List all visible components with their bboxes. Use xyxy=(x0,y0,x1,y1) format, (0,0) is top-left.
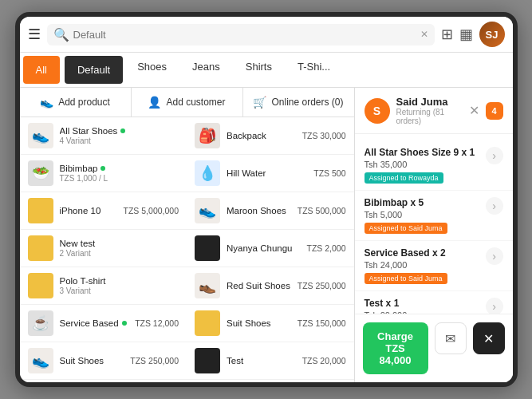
product-name: Backpack xyxy=(227,131,296,140)
add-product-button[interactable]: 👟 Add product xyxy=(20,88,132,117)
close-icon: ✕ xyxy=(483,331,494,346)
close-customer-button[interactable]: ✕ xyxy=(469,103,479,118)
product-item[interactable]: Nyanya Chungu TZS 2,000 xyxy=(187,230,354,267)
product-info: New test 2 Variant xyxy=(60,239,179,258)
product-price: TZS 250,000 xyxy=(130,356,179,365)
product-meta: 2 Variant xyxy=(60,249,179,258)
product-thumbnail xyxy=(195,235,220,261)
product-item[interactable]: 👟 All Star Shoes 4 Variant xyxy=(20,117,187,155)
product-price: TZS 500,000 xyxy=(298,206,346,215)
assigned-badge: Assigned to Said Juma xyxy=(365,223,447,234)
order-item[interactable]: Service Based x 2 Tsh 24,000 Assigned to… xyxy=(355,241,513,291)
email-button[interactable]: ✉ xyxy=(435,322,467,354)
item-remove-button[interactable]: › xyxy=(486,247,503,265)
action-bar: 👟 Add product 👤 Add customer 🛒 Online or… xyxy=(20,88,354,117)
product-item[interactable]: 🥗 Bibimbap TZS 1,000 / L xyxy=(20,155,187,192)
product-name: Hill Water xyxy=(227,168,307,178)
product-name: Polo T-shirt xyxy=(60,276,179,286)
product-item[interactable]: 👞 Red Suit Shoes TZS 250,000 xyxy=(187,267,354,305)
top-bar: ☰ 🔍 ✕ ⊞ ▦ SJ xyxy=(20,17,513,53)
search-box: 🔍 ✕ xyxy=(47,24,435,45)
order-item-price: Tsh 24,000 xyxy=(365,260,479,270)
product-thumbnail: 👞 xyxy=(195,273,220,298)
search-icon: 🔍 xyxy=(53,27,69,42)
product-info: Backpack xyxy=(227,131,296,140)
product-item[interactable]: 💧 Hill Water TZS 500 xyxy=(187,155,354,192)
product-info: Suit Shoes xyxy=(227,318,291,328)
order-item[interactable]: All Star Shoes Size 9 x 1 Tsh 35,000 Ass… xyxy=(355,140,513,191)
product-price: TZS 5,000,000 xyxy=(124,206,179,215)
product-meta: 3 Variant xyxy=(60,286,179,295)
order-item-name: Service Based x 2 xyxy=(365,247,479,259)
add-customer-button[interactable]: 👤 Add customer xyxy=(132,88,243,117)
product-thumbnail xyxy=(195,348,220,373)
close-order-button[interactable]: ✕ xyxy=(473,322,505,354)
product-name: Service Based xyxy=(60,318,129,328)
order-item[interactable]: Test x 1 Tsh 20,000 Assigned to Said Jum… xyxy=(355,291,513,314)
product-thumbnail: 👟 xyxy=(195,198,220,223)
product-info: iPhone 10 xyxy=(60,206,117,215)
product-price: TZS 2,000 xyxy=(306,243,345,253)
product-item[interactable]: 🎒 Backpack TZS 30,000 xyxy=(187,117,354,155)
category-all[interactable]: All xyxy=(23,56,60,84)
category-default[interactable]: Default xyxy=(65,56,123,84)
product-item[interactable]: ☕ Service Based TZS 12,000 xyxy=(20,305,187,342)
product-info: Nyanya Chungu xyxy=(227,243,300,253)
order-item-info: Bibimbap x 5 Tsh 5,000 Assigned to Said … xyxy=(365,197,479,234)
category-shirts[interactable]: Shirts xyxy=(233,53,285,87)
product-item[interactable]: 👟 Suit Shoes TZS 250,000 xyxy=(20,342,187,380)
main-content: 👟 Add product 👤 Add customer 🛒 Online or… xyxy=(20,88,513,382)
customer-info: Said Juma Returning (81 orders) xyxy=(396,96,463,125)
product-item[interactable]: iPhone 10 TZS 5,000,000 xyxy=(20,192,187,230)
search-input[interactable] xyxy=(73,29,416,41)
product-price: TZS 150,000 xyxy=(298,318,346,328)
product-item[interactable]: Test TZS 20,000 xyxy=(20,380,187,382)
online-orders-icon: 🛒 xyxy=(253,96,266,109)
product-name: Nyanya Chungu xyxy=(227,243,300,253)
tablet-frame: ☰ 🔍 ✕ ⊞ ▦ SJ All Default Shoes Jeans Shi… xyxy=(15,12,518,387)
order-item[interactable]: Bibimbap x 5 Tsh 5,000 Assigned to Said … xyxy=(355,191,513,241)
add-customer-label: Add customer xyxy=(166,97,225,108)
product-item[interactable]: Test TZS 20,000 xyxy=(187,380,354,382)
user-avatar[interactable]: SJ xyxy=(479,22,505,47)
product-name: Suit Shoes xyxy=(60,356,124,365)
product-item[interactable]: 👟 Maroon Shoes TZS 500,000 xyxy=(187,192,354,230)
product-name: Maroon Shoes xyxy=(227,206,291,215)
order-item-name: All Star Shoes Size 9 x 1 xyxy=(365,147,479,158)
assigned-badge: Assigned to Said Juma xyxy=(365,273,447,284)
item-remove-button[interactable]: › xyxy=(486,147,503,164)
clear-icon[interactable]: ✕ xyxy=(420,29,428,40)
product-info: Bibimbap TZS 1,000 / L xyxy=(60,164,179,183)
online-orders-button[interactable]: 🛒 Online orders (0) xyxy=(243,88,354,117)
product-item[interactable]: Suit Shoes TZS 150,000 xyxy=(187,305,354,342)
product-price: TZS 250,000 xyxy=(298,281,346,290)
category-tshirts[interactable]: T-Shi... xyxy=(285,53,343,87)
product-item[interactable]: Test TZS 20,000 xyxy=(187,342,354,380)
order-item-name: Bibimbap x 5 xyxy=(365,197,479,208)
product-info: Service Based xyxy=(60,318,129,328)
cart-badge: 4 xyxy=(486,102,503,120)
category-jeans[interactable]: Jeans xyxy=(179,53,233,87)
hamburger-icon[interactable]: ☰ xyxy=(28,26,41,43)
product-info: All Star Shoes 4 Variant xyxy=(60,126,179,145)
product-thumbnail: 🎒 xyxy=(195,123,220,148)
left-panel: 👟 Add product 👤 Add customer 🛒 Online or… xyxy=(20,88,355,382)
order-item-name: Test x 1 xyxy=(365,298,479,309)
order-item-info: Test x 1 Tsh 20,000 Assigned to Said Jum… xyxy=(365,298,479,314)
grid-icon[interactable]: ⊞ xyxy=(441,26,453,43)
product-info: Polo T-shirt 3 Variant xyxy=(60,276,179,295)
products-grid: 👟 All Star Shoes 4 Variant 🎒 Backpack TZ… xyxy=(20,117,354,382)
category-shoes[interactable]: Shoes xyxy=(124,53,179,87)
charge-button[interactable]: Charge TZS 84,000 xyxy=(363,322,428,374)
product-thumbnail xyxy=(195,310,220,336)
barcode-icon[interactable]: ▦ xyxy=(459,26,473,43)
product-thumbnail: 🥗 xyxy=(28,160,53,186)
item-remove-button[interactable]: › xyxy=(486,197,503,215)
product-item[interactable]: Polo T-shirt 3 Variant xyxy=(20,267,187,305)
customer-header: S Said Juma Returning (81 orders) ✕ 4 xyxy=(355,88,513,134)
item-remove-button[interactable]: › xyxy=(486,298,503,314)
product-item[interactable]: New test 2 Variant xyxy=(20,230,187,267)
product-name: Red Suit Shoes xyxy=(227,281,291,290)
product-info: Test xyxy=(227,356,296,365)
order-item-info: Service Based x 2 Tsh 24,000 Assigned to… xyxy=(365,247,479,284)
